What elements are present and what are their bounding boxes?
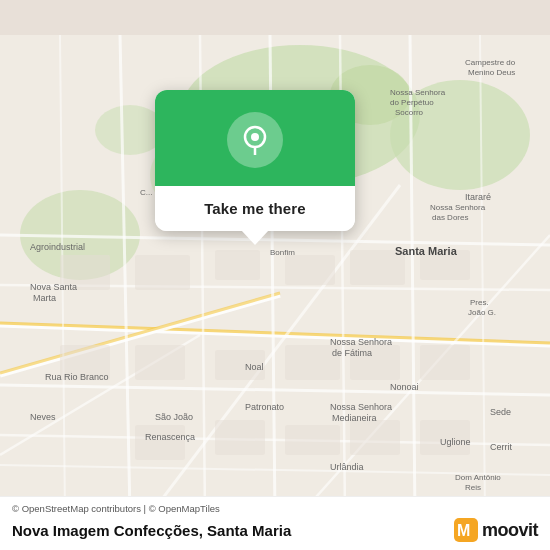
svg-text:Campestre do: Campestre do — [465, 58, 516, 67]
location-icon-circle — [227, 112, 283, 168]
svg-text:Socorro: Socorro — [395, 108, 424, 117]
svg-rect-41 — [350, 420, 400, 455]
svg-text:Nossa Senhora: Nossa Senhora — [390, 88, 446, 97]
svg-text:Bonfim: Bonfim — [270, 248, 295, 257]
moovit-logo: M moovit — [454, 518, 538, 542]
svg-text:Medianeira: Medianeira — [332, 413, 377, 423]
moovit-brand-text: moovit — [482, 520, 538, 541]
svg-text:Nova Santa: Nova Santa — [30, 282, 77, 292]
svg-text:Marta: Marta — [33, 293, 56, 303]
svg-rect-30 — [135, 345, 185, 380]
svg-text:Noal: Noal — [245, 362, 264, 372]
svg-text:Uglione: Uglione — [440, 437, 471, 447]
place-name-label: Nova Imagem Confecções, Santa Maria — [12, 522, 291, 539]
svg-text:Dom Antônio: Dom Antônio — [455, 473, 501, 482]
svg-text:Nossa Senhora: Nossa Senhora — [330, 402, 392, 412]
card-button-area: Take me there — [155, 186, 355, 231]
svg-rect-40 — [285, 425, 340, 455]
map-attribution: © OpenStreetMap contributors | © OpenMap… — [12, 503, 538, 514]
card-green-header — [155, 90, 355, 186]
svg-text:de Fátima: de Fátima — [332, 348, 372, 358]
svg-text:João G.: João G. — [468, 308, 496, 317]
svg-point-78 — [251, 133, 259, 141]
card-pointer — [241, 230, 269, 245]
svg-text:Cerrit: Cerrit — [490, 442, 512, 452]
svg-text:Reis: Reis — [465, 483, 481, 492]
svg-text:Rua Rio Branco: Rua Rio Branco — [45, 372, 109, 382]
bottom-bar-content: Nova Imagem Confecções, Santa Maria M mo… — [12, 518, 538, 542]
svg-rect-39 — [215, 420, 265, 455]
svg-text:Sede: Sede — [490, 407, 511, 417]
svg-text:Renascença: Renascença — [145, 432, 195, 442]
svg-text:do Perpétuo: do Perpétuo — [390, 98, 434, 107]
svg-text:Patronato: Patronato — [245, 402, 284, 412]
moovit-icon: M — [454, 518, 478, 542]
svg-text:C...: C... — [140, 188, 152, 197]
svg-text:Menino Deus: Menino Deus — [468, 68, 515, 77]
svg-text:Itararé: Itararé — [465, 192, 491, 202]
svg-text:Urlândia: Urlândia — [330, 462, 364, 472]
svg-text:Santa Maria: Santa Maria — [395, 245, 458, 257]
svg-rect-27 — [215, 250, 260, 280]
svg-rect-35 — [420, 345, 470, 380]
svg-text:Nonoai: Nonoai — [390, 382, 419, 392]
map-background: Agroindustrial Nova Santa Marta Rua Rio … — [0, 0, 550, 550]
location-card: Take me there — [155, 90, 355, 231]
svg-text:das Dores: das Dores — [432, 213, 468, 222]
svg-text:Nossa Senhora: Nossa Senhora — [330, 337, 392, 347]
svg-text:Pres.: Pres. — [470, 298, 489, 307]
svg-rect-26 — [135, 255, 190, 290]
svg-text:Agroindustrial: Agroindustrial — [30, 242, 85, 252]
svg-text:Neves: Neves — [30, 412, 56, 422]
svg-text:M: M — [457, 522, 470, 539]
map-container: Agroindustrial Nova Santa Marta Rua Rio … — [0, 0, 550, 550]
svg-text:São João: São João — [155, 412, 193, 422]
svg-rect-28 — [285, 255, 335, 285]
take-me-there-button[interactable]: Take me there — [204, 200, 306, 217]
svg-text:Nossa Senhora: Nossa Senhora — [430, 203, 486, 212]
location-pin-icon — [240, 125, 270, 155]
bottom-info-bar: © OpenStreetMap contributors | © OpenMap… — [0, 496, 550, 550]
svg-rect-38 — [135, 425, 185, 460]
